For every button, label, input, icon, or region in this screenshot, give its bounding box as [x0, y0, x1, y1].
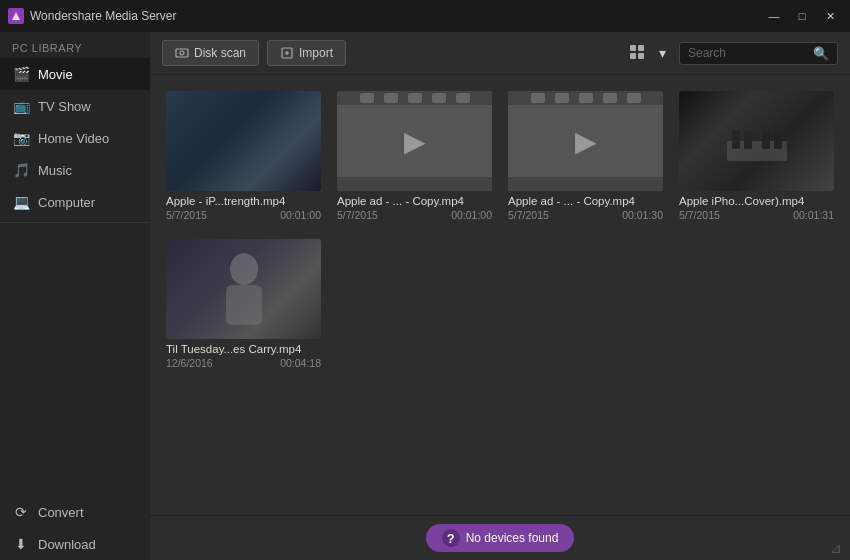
media-thumb-0 — [166, 91, 321, 191]
svg-rect-14 — [774, 131, 782, 149]
no-devices-label: No devices found — [466, 531, 559, 545]
media-title-3: Apple iPho...Cover).mp4 — [679, 195, 834, 207]
person-silhouette — [214, 249, 274, 329]
svg-rect-11 — [732, 131, 740, 149]
film-play-icon-1: ▶ — [404, 125, 426, 158]
sidebar-item-label-download: Download — [38, 537, 96, 552]
minimize-button[interactable]: — — [762, 6, 786, 26]
media-date-4: 12/6/2016 — [166, 357, 213, 369]
media-date-2: 5/7/2015 — [508, 209, 549, 221]
film-perfs-top-1 — [360, 93, 470, 103]
sidebar-item-convert[interactable]: ⟳ Convert — [0, 496, 150, 528]
media-duration-4: 00:04:18 — [280, 357, 321, 369]
home-video-icon: 📷 — [12, 130, 30, 146]
svg-rect-6 — [630, 45, 636, 51]
film-perfs-bottom-1 — [360, 179, 470, 189]
content-area: Disk scan Import — [150, 32, 850, 560]
media-info-4: Til Tuesday...es Carry.mp4 12/6/2016 00:… — [166, 339, 321, 371]
media-title-4: Til Tuesday...es Carry.mp4 — [166, 343, 321, 355]
resize-handle: ⊿ — [830, 540, 842, 556]
media-meta-3: 5/7/2015 00:01:31 — [679, 209, 834, 221]
maximize-button[interactable]: □ — [790, 6, 814, 26]
media-duration-0: 00:01:00 — [280, 209, 321, 221]
sidebar-item-label-movie: Movie — [38, 67, 73, 82]
media-info-1: Apple ad - ... - Copy.mp4 5/7/2015 00:01… — [337, 191, 492, 223]
media-meta-4: 12/6/2016 00:04:18 — [166, 357, 321, 369]
sidebar-item-label-home-video: Home Video — [38, 131, 109, 146]
window-controls: — □ ✕ — [762, 6, 842, 26]
search-box: 🔍 — [679, 42, 838, 65]
disk-scan-label: Disk scan — [194, 46, 246, 60]
media-item-0[interactable]: Apple - iP...trength.mp4 5/7/2015 00:01:… — [166, 91, 321, 223]
sidebar-bottom: ⟳ Convert ⬇ Download — [0, 496, 150, 560]
download-icon: ⬇ — [12, 536, 30, 552]
piano-silhouette — [717, 111, 797, 171]
close-button[interactable]: ✕ — [818, 6, 842, 26]
media-duration-1: 00:01:00 — [451, 209, 492, 221]
search-icon: 🔍 — [813, 46, 829, 61]
disk-scan-button[interactable]: Disk scan — [162, 40, 259, 66]
media-date-1: 5/7/2015 — [337, 209, 378, 221]
svg-rect-9 — [638, 53, 644, 59]
media-item-4[interactable]: Til Tuesday...es Carry.mp4 12/6/2016 00:… — [166, 239, 321, 371]
sidebar-item-label-tv: TV Show — [38, 99, 91, 114]
sidebar: PC Library 🎬 Movie 📺 TV Show 📷 Home Vide… — [0, 32, 150, 560]
sidebar-item-home-video[interactable]: 📷 Home Video — [0, 122, 150, 154]
film-strip-1: ▶ — [337, 91, 492, 191]
disk-scan-icon — [175, 46, 189, 60]
media-meta-1: 5/7/2015 00:01:00 — [337, 209, 492, 221]
svg-point-15 — [230, 253, 258, 285]
tv-icon: 📺 — [12, 98, 30, 114]
sidebar-item-download[interactable]: ⬇ Download — [0, 528, 150, 560]
no-devices-icon: ? — [442, 529, 460, 547]
media-info-3: Apple iPho...Cover).mp4 5/7/2015 00:01:3… — [679, 191, 834, 223]
media-title-0: Apple - iP...trength.mp4 — [166, 195, 321, 207]
svg-rect-8 — [630, 53, 636, 59]
media-title-1: Apple ad - ... - Copy.mp4 — [337, 195, 492, 207]
no-devices-badge: ? No devices found — [426, 524, 575, 552]
svg-point-2 — [180, 51, 184, 55]
grid-view-button[interactable] — [624, 41, 650, 66]
media-thumb-4 — [166, 239, 321, 339]
sidebar-item-label-convert: Convert — [38, 505, 84, 520]
view-controls: ▾ — [624, 41, 671, 66]
search-input[interactable] — [688, 46, 808, 60]
sidebar-item-label-computer: Computer — [38, 195, 95, 210]
sidebar-item-tv-show[interactable]: 📺 TV Show — [0, 90, 150, 122]
title-bar: Wondershare Media Server — □ ✕ — [0, 0, 850, 32]
dropdown-view-button[interactable]: ▾ — [654, 42, 671, 64]
music-icon: 🎵 — [12, 162, 30, 178]
sidebar-section-label: PC Library — [0, 32, 150, 58]
app-icon — [8, 8, 24, 24]
media-item-3[interactable]: Apple iPho...Cover).mp4 5/7/2015 00:01:3… — [679, 91, 834, 223]
svg-rect-13 — [762, 131, 770, 149]
sidebar-item-computer[interactable]: 💻 Computer — [0, 186, 150, 218]
media-duration-3: 00:01:31 — [793, 209, 834, 221]
media-item-2[interactable]: ▶ Apple ad - ... - Copy.mp4 5/7/2015 — [508, 91, 663, 223]
toolbar: Disk scan Import — [150, 32, 850, 75]
media-date-0: 5/7/2015 — [166, 209, 207, 221]
sidebar-item-label-music: Music — [38, 163, 72, 178]
main-layout: PC Library 🎬 Movie 📺 TV Show 📷 Home Vide… — [0, 32, 850, 560]
media-thumb-3 — [679, 91, 834, 191]
media-grid: Apple - iP...trength.mp4 5/7/2015 00:01:… — [150, 75, 850, 515]
film-perfs-top-2 — [531, 93, 641, 103]
media-meta-2: 5/7/2015 00:01:30 — [508, 209, 663, 221]
media-info-0: Apple - iP...trength.mp4 5/7/2015 00:01:… — [166, 191, 321, 223]
svg-marker-0 — [12, 12, 20, 20]
import-icon — [280, 46, 294, 60]
media-item-1[interactable]: ▶ Apple ad - ... - Copy.mp4 5/7/2015 — [337, 91, 492, 223]
status-bar: ? No devices found ⊿ — [150, 515, 850, 560]
svg-rect-1 — [176, 49, 188, 57]
media-info-2: Apple ad - ... - Copy.mp4 5/7/2015 00:01… — [508, 191, 663, 223]
import-button[interactable]: Import — [267, 40, 346, 66]
movie-icon: 🎬 — [12, 66, 30, 82]
sidebar-divider — [0, 222, 150, 223]
sidebar-item-movie[interactable]: 🎬 Movie — [0, 58, 150, 90]
media-duration-2: 00:01:30 — [622, 209, 663, 221]
sidebar-item-music[interactable]: 🎵 Music — [0, 154, 150, 186]
convert-icon: ⟳ — [12, 504, 30, 520]
title-bar-left: Wondershare Media Server — [8, 8, 177, 24]
svg-rect-16 — [226, 285, 262, 325]
film-play-icon-2: ▶ — [575, 125, 597, 158]
